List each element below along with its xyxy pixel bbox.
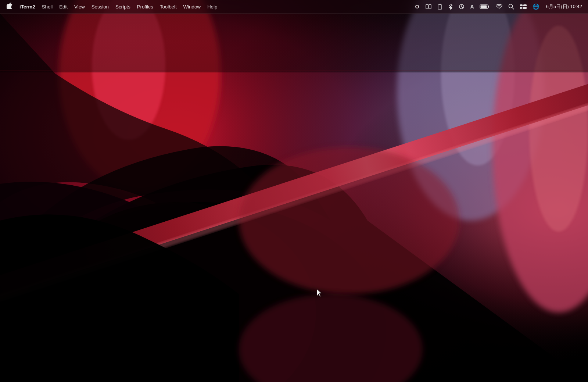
- svg-rect-28: [520, 4, 523, 6]
- menubar: iTerm2 Shell Edit View Session Scripts P…: [0, 0, 588, 14]
- svg-rect-22: [438, 5, 442, 9]
- svg-rect-25: [480, 6, 487, 8]
- svg-text:⚡: ⚡: [490, 5, 490, 8]
- apple-menu[interactable]: [3, 1, 16, 12]
- record-icon[interactable]: [412, 3, 422, 11]
- screentime-icon[interactable]: [456, 2, 467, 11]
- wifi-icon[interactable]: [494, 3, 505, 11]
- svg-point-19: [416, 6, 418, 8]
- battery-icon[interactable]: ⚡: [477, 3, 492, 11]
- menubar-right: A ⚡: [412, 2, 585, 11]
- svg-rect-29: [520, 7, 522, 9]
- menu-view[interactable]: View: [71, 3, 88, 11]
- menu-help[interactable]: Help: [204, 3, 220, 11]
- bluetooth-icon[interactable]: [446, 2, 455, 11]
- menu-window[interactable]: Window: [180, 3, 204, 11]
- svg-rect-21: [429, 4, 431, 9]
- menu-toolbelt[interactable]: Toolbelt: [157, 3, 180, 11]
- control-center-icon[interactable]: [518, 3, 529, 11]
- datetime[interactable]: 6月5日(日) 10:42: [543, 2, 585, 11]
- language-icon[interactable]: 🌐: [530, 2, 542, 11]
- iterm-window: [0, 14, 588, 382]
- menu-scripts[interactable]: Scripts: [112, 3, 134, 11]
- menu-edit[interactable]: Edit: [56, 3, 71, 11]
- svg-rect-30: [523, 4, 527, 6]
- split-view-icon[interactable]: [423, 3, 434, 11]
- app-name[interactable]: iTerm2: [16, 3, 39, 11]
- menu-shell[interactable]: Shell: [39, 3, 56, 11]
- svg-rect-20: [426, 4, 428, 9]
- svg-rect-31: [523, 7, 527, 9]
- clipboard-icon[interactable]: [435, 2, 445, 11]
- search-icon[interactable]: [506, 2, 516, 11]
- menu-profiles[interactable]: Profiles: [134, 3, 157, 11]
- font-icon[interactable]: A: [468, 2, 476, 11]
- menubar-left: iTerm2 Shell Edit View Session Scripts P…: [3, 1, 412, 12]
- menu-session[interactable]: Session: [88, 3, 112, 11]
